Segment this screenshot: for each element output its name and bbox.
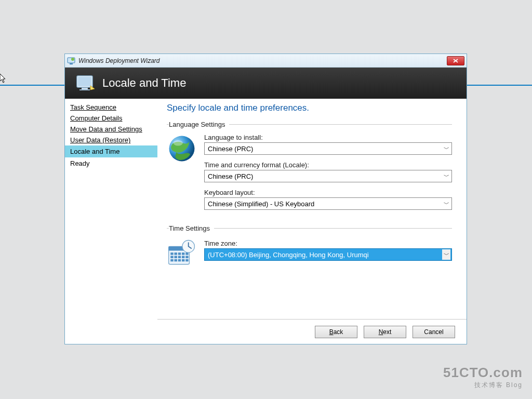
window-title: Windows Deployment Wizard	[78, 57, 447, 64]
back-button[interactable]: Back	[315, 326, 357, 338]
globe-icon	[167, 134, 197, 164]
keyboard-label: Keyboard layout:	[204, 189, 452, 196]
keyboard-value: Chinese (Simplified) - US Keyboard	[208, 200, 314, 208]
watermark-line1: 51CTO.com	[443, 365, 523, 381]
svg-rect-16	[170, 256, 173, 258]
wizard-window: Windows Deployment Wizard Locale and Tim…	[64, 54, 467, 344]
monitor-icon	[76, 75, 95, 91]
svg-rect-23	[178, 259, 181, 262]
svg-rect-19	[182, 256, 184, 258]
group-time-legend: Time Settings	[169, 224, 214, 232]
svg-rect-15	[185, 252, 188, 255]
sidebar-item-locale-and-time[interactable]: Locale and Time	[65, 145, 157, 157]
keyboard-select[interactable]: Chinese (Simplified) - US Keyboard ﹀	[204, 197, 452, 210]
close-button[interactable]	[447, 56, 464, 65]
timezone-value: (UTC+08:00) Beijing, Chongqing, Hong Kon…	[208, 251, 369, 259]
language-value: Chinese (PRC)	[208, 145, 253, 153]
banner: Locale and Time	[65, 68, 467, 99]
sidebar-item-user-data-restore[interactable]: User Data (Restore)	[65, 135, 157, 145]
chevron-down-icon: ﹀	[444, 145, 449, 153]
language-select[interactable]: Chinese (PRC) ﹀	[204, 142, 452, 155]
svg-rect-4	[78, 77, 91, 86]
footer: Back Next Cancel	[157, 319, 467, 344]
app-icon	[67, 57, 75, 65]
chevron-down-icon: ﹀	[442, 249, 450, 260]
svg-rect-21	[170, 259, 173, 262]
sidebar: Task Sequence Computer Details Move Data…	[65, 99, 157, 344]
watermark-line2: 技术博客 Blog	[443, 381, 523, 390]
svg-rect-6	[79, 89, 90, 90]
chevron-down-icon: ﹀	[444, 200, 449, 208]
svg-point-2	[71, 58, 74, 61]
cancel-button[interactable]: Cancel	[413, 326, 455, 338]
locale-label: Time and currency format (Locale):	[204, 161, 452, 169]
svg-point-8	[174, 140, 183, 146]
locale-value: Chinese (PRC)	[208, 172, 253, 180]
banner-title: Locale and Time	[102, 76, 186, 90]
svg-rect-12	[175, 252, 177, 255]
calendar-clock-icon	[167, 240, 197, 267]
svg-rect-11	[170, 252, 173, 255]
page-heading: Specify locale and time preferences.	[167, 103, 452, 113]
sidebar-item-move-data-and-settings[interactable]: Move Data and Settings	[65, 124, 157, 135]
timezone-select[interactable]: (UTC+08:00) Beijing, Chongqing, Hong Kon…	[204, 248, 452, 261]
svg-rect-5	[82, 88, 88, 89]
svg-rect-22	[175, 259, 177, 262]
svg-rect-13	[178, 252, 181, 255]
svg-rect-25	[185, 259, 188, 262]
sidebar-item-ready[interactable]: Ready	[65, 157, 157, 169]
group-language-legend: Language Settings	[169, 121, 229, 128]
svg-rect-18	[178, 256, 181, 258]
sidebar-item-task-sequence[interactable]: Task Sequence	[65, 102, 157, 113]
body-area: Task Sequence Computer Details Move Data…	[65, 99, 467, 344]
group-language-settings: Language Settings	[167, 121, 452, 216]
locale-select[interactable]: Chinese (PRC) ﹀	[204, 170, 452, 182]
svg-rect-20	[185, 256, 188, 258]
svg-rect-14	[182, 252, 184, 255]
svg-rect-1	[70, 63, 73, 64]
svg-rect-24	[182, 259, 184, 262]
main-panel: Specify locale and time preferences. Lan…	[157, 99, 467, 344]
cursor-arrow-icon	[0, 74, 6, 83]
chevron-down-icon: ﹀	[444, 172, 449, 180]
timezone-label: Time zone:	[204, 240, 452, 247]
next-button[interactable]: Next	[364, 326, 406, 338]
group-time-settings: Time Settings	[167, 224, 452, 267]
sidebar-item-computer-details[interactable]: Computer Details	[65, 113, 157, 124]
close-icon	[453, 59, 458, 63]
language-label: Language to install:	[204, 134, 452, 141]
watermark: 51CTO.com 技术博客 Blog	[443, 365, 523, 390]
titlebar: Windows Deployment Wizard	[65, 54, 467, 68]
svg-rect-17	[175, 256, 177, 258]
